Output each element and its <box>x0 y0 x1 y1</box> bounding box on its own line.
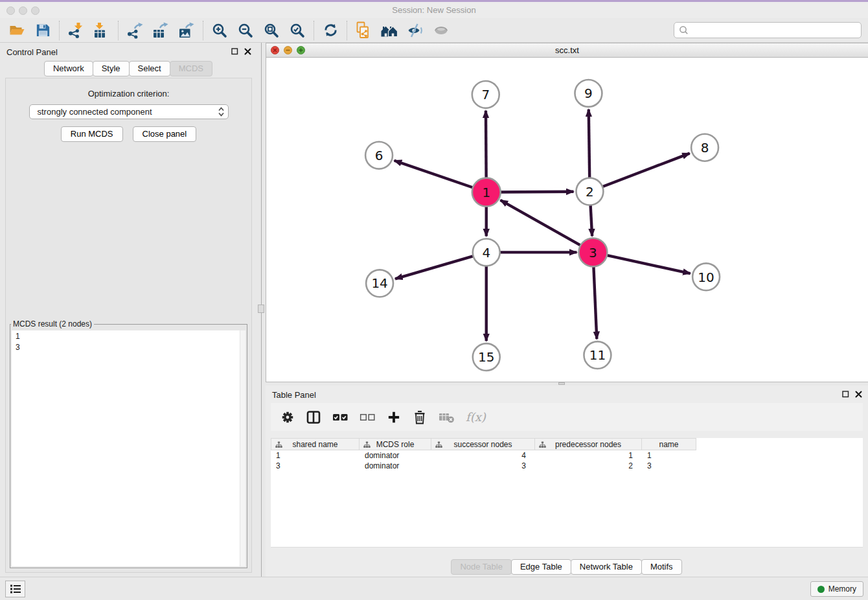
graph-node-3[interactable]: 3 <box>578 238 607 266</box>
save-session-button[interactable] <box>30 19 56 41</box>
close-panel-icon[interactable] <box>855 391 862 398</box>
delete-column-button[interactable] <box>412 410 428 425</box>
select-all-button[interactable] <box>332 412 348 422</box>
tab-edge-table[interactable]: Edge Table <box>511 559 571 575</box>
zoom-selected-button[interactable] <box>284 19 310 41</box>
close-panel-icon[interactable] <box>244 48 251 55</box>
graph-node-6[interactable]: 6 <box>365 142 393 169</box>
graph-node-2[interactable]: 2 <box>576 178 603 205</box>
graph-edge-2-8[interactable] <box>600 154 690 188</box>
graph-edge-1-2[interactable] <box>498 192 574 192</box>
result-scrollbar[interactable] <box>240 330 246 566</box>
graph-edge-4-14[interactable] <box>395 255 475 279</box>
network-graph[interactable]: 7968124314101511 <box>266 58 868 382</box>
open-session-button[interactable] <box>4 19 30 41</box>
search-input[interactable] <box>692 25 856 35</box>
table-settings-button[interactable] <box>280 410 295 424</box>
window-controls[interactable] <box>6 6 40 15</box>
table-row[interactable]: 3dominator323 <box>271 461 863 471</box>
graph-node-15[interactable]: 15 <box>473 343 500 371</box>
deselect-all-button[interactable] <box>360 412 376 422</box>
graph-edge-3-10[interactable] <box>604 255 691 273</box>
column-header-successor-nodes[interactable]: successor nodes <box>431 438 535 450</box>
graph-node-4[interactable]: 4 <box>473 238 500 266</box>
add-column-button[interactable] <box>387 410 401 424</box>
close-network-icon[interactable] <box>271 46 279 54</box>
export-image-button[interactable] <box>174 19 200 41</box>
tab-mcds[interactable]: MCDS <box>170 61 212 76</box>
minimize-network-icon[interactable] <box>284 46 292 54</box>
maximize-network-icon[interactable] <box>297 46 305 54</box>
tab-network-table[interactable]: Network Table <box>571 559 642 575</box>
table-tabs: Node TableEdge TableNetwork TableMotifs <box>266 559 868 575</box>
graph-node-9[interactable]: 9 <box>575 80 602 107</box>
column-header-name[interactable]: name <box>642 438 696 450</box>
new-network-from-selection-button[interactable] <box>350 19 376 41</box>
graph-node-14[interactable]: 14 <box>366 270 393 297</box>
column-header-MCDS-role[interactable]: MCDS role <box>360 438 431 450</box>
hide-selected-button[interactable] <box>402 19 428 41</box>
graph-node-11[interactable]: 11 <box>584 341 611 369</box>
graph-edge-1-6[interactable] <box>394 161 475 189</box>
graph-edge-1-7[interactable] <box>486 111 486 181</box>
graph-edge-3-11[interactable] <box>593 264 597 339</box>
function-builder-button[interactable]: f(x) <box>466 410 486 424</box>
svg-text:10: 10 <box>698 270 714 285</box>
svg-text:8: 8 <box>701 140 709 156</box>
tab-network[interactable]: Network <box>44 61 93 76</box>
memory-button[interactable]: Memory <box>810 581 863 597</box>
copy-network-icon <box>355 21 372 39</box>
main-toolbar <box>0 18 868 43</box>
first-neighbors-button[interactable] <box>376 19 402 41</box>
zoom-out-button[interactable] <box>233 19 258 41</box>
network-titlebar[interactable]: scc.txt <box>266 43 868 58</box>
svg-text:3: 3 <box>589 245 597 260</box>
delete-table-button[interactable] <box>439 411 455 424</box>
splitter-handle[interactable] <box>258 305 264 313</box>
close-panel-button[interactable]: Close panel <box>133 126 197 142</box>
import-network-button[interactable] <box>63 19 89 41</box>
tree-icon <box>435 441 442 448</box>
zoom-in-icon <box>211 22 228 39</box>
tab-select[interactable]: Select <box>129 61 170 76</box>
import-table-button[interactable] <box>89 19 115 41</box>
close-window-icon[interactable] <box>6 6 15 15</box>
export-network-button[interactable] <box>122 19 148 41</box>
run-mcds-button[interactable]: Run MCDS <box>61 126 123 142</box>
graph-node-8[interactable]: 8 <box>691 134 718 161</box>
float-panel-icon[interactable] <box>842 391 849 398</box>
column-header-shared-name[interactable]: shared name <box>271 438 360 450</box>
column-chooser-button[interactable] <box>306 410 321 425</box>
graph-edge-3-1[interactable] <box>501 200 583 247</box>
zoom-fit-button[interactable] <box>258 19 284 41</box>
task-history-button[interactable] <box>5 581 25 597</box>
graph-node-10[interactable]: 10 <box>692 263 720 290</box>
network-canvas[interactable]: 7968124314101511 <box>266 58 868 382</box>
mcds-result-text[interactable]: 1 3 <box>12 330 246 566</box>
tab-motifs[interactable]: Motifs <box>641 559 682 575</box>
graph-node-7[interactable]: 7 <box>472 81 499 108</box>
tree-icon <box>363 441 371 448</box>
graph-edge-2-9[interactable] <box>589 110 589 180</box>
window-titlebar: Session: New Session <box>0 0 868 18</box>
export-table-button[interactable] <box>148 19 174 41</box>
tab-style[interactable]: Style <box>93 61 130 76</box>
column-header-predecessor-nodes[interactable]: predecessor nodes <box>535 438 642 450</box>
minimize-window-icon[interactable] <box>19 6 27 15</box>
graph-node-1[interactable]: 1 <box>472 178 501 207</box>
zoom-in-button[interactable] <box>207 19 233 41</box>
search-icon <box>679 25 689 35</box>
vertical-splitter[interactable] <box>257 43 266 577</box>
maximize-window-icon[interactable] <box>31 6 40 15</box>
graphics-details-button[interactable] <box>428 19 454 41</box>
export-image-icon <box>178 22 195 39</box>
splitter-handle[interactable] <box>558 382 565 385</box>
tab-node-table[interactable]: Node Table <box>451 559 512 575</box>
search-box[interactable] <box>674 22 862 38</box>
criterion-select[interactable]: strongly connected component <box>29 104 229 119</box>
toolbar-separator <box>347 21 347 40</box>
float-panel-icon[interactable] <box>231 48 238 55</box>
refresh-button[interactable] <box>317 19 343 41</box>
graph-edge-2-3[interactable] <box>590 203 592 237</box>
table-row[interactable]: 1dominator411 <box>271 450 863 461</box>
